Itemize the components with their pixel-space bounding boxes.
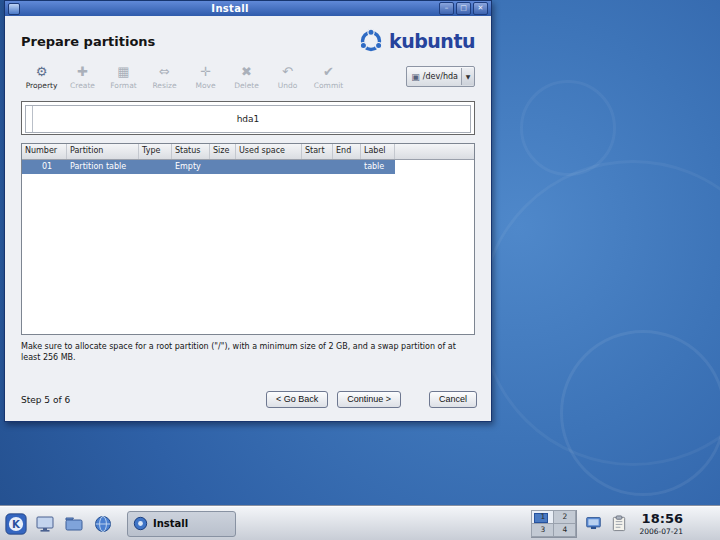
task-button-label: Install <box>153 518 188 529</box>
toolbar-button-label: Commit <box>308 81 349 90</box>
column-header-start[interactable]: Start <box>302 144 333 159</box>
window-menu-icon[interactable] <box>8 3 20 15</box>
wallpaper-ring <box>520 80 616 176</box>
toolbar-button-undo: ↶Undo <box>267 62 308 92</box>
toolbar-button-label: Resize <box>144 81 185 90</box>
tray-display-icon[interactable] <box>583 514 603 534</box>
toolbar-button-format: ▦Format <box>103 62 144 92</box>
table-body: 01Partition tableEmptytable <box>22 160 474 174</box>
table-cell <box>236 160 302 174</box>
pager-number: 4 <box>563 525 568 534</box>
show-desktop-button[interactable] <box>34 513 56 535</box>
desktop-icon <box>35 514 55 534</box>
table-cell: Partition table <box>67 160 139 174</box>
pager-desktop-4[interactable]: 4 <box>553 523 576 537</box>
table-cell: table <box>361 160 395 174</box>
folder-icon <box>64 514 84 534</box>
table-cell <box>139 160 172 174</box>
svg-text:K: K <box>12 518 21 529</box>
clock-applet[interactable]: 18:56 2006-07-21 <box>635 512 687 536</box>
kde-gear-icon: K <box>5 511 27 537</box>
titlebar[interactable]: Install <box>5 1 491 16</box>
column-header-label[interactable]: Label <box>361 144 395 159</box>
wallpaper-ring <box>560 330 720 496</box>
column-header-size[interactable]: Size <box>210 144 236 159</box>
globe-icon <box>93 514 113 534</box>
disk-icon: ▣ <box>411 72 420 82</box>
column-header-type[interactable]: Type <box>139 144 172 159</box>
toolbar-button-resize: ⇔Resize <box>144 62 185 92</box>
action-row: Step 5 of 6 < Go Back Continue > Cancel <box>21 391 477 408</box>
continue-button[interactable]: Continue > <box>337 391 401 408</box>
pager-number: 3 <box>541 525 546 534</box>
close-button[interactable] <box>473 2 488 15</box>
pager-number: 1 <box>541 512 546 521</box>
create-icon: ✚ <box>62 64 103 79</box>
kubuntu-logo-icon <box>358 28 384 54</box>
maximize-button[interactable] <box>456 2 471 15</box>
device-select[interactable]: ▣ /dev/hda <box>406 66 475 87</box>
hint-text: Make sure to allocate space for a root p… <box>21 341 473 363</box>
minimize-button[interactable] <box>439 2 454 15</box>
move-icon: ✛ <box>185 64 226 79</box>
cancel-button[interactable]: Cancel <box>429 391 477 408</box>
partition-visual-bar[interactable]: hda1 <box>21 101 475 135</box>
toolbar-button-label: Delete <box>226 81 267 90</box>
desktop-pager: 1234 <box>531 510 577 538</box>
pager-desktop-3[interactable]: 3 <box>531 523 554 537</box>
taskbar: K Install 1234 <box>0 506 720 540</box>
web-browser-button[interactable] <box>92 513 114 535</box>
commit-icon: ✔ <box>308 64 349 79</box>
kubuntu-logo: kubuntu <box>358 28 475 54</box>
clipboard-icon <box>611 515 627 532</box>
panel-applet-icon[interactable] <box>693 513 715 535</box>
column-header-number[interactable]: Number <box>22 144 67 159</box>
column-header-end[interactable]: End <box>333 144 361 159</box>
toolbar-button-label: Create <box>62 81 103 90</box>
partition-label: hda1 <box>237 114 260 124</box>
undo-icon: ↶ <box>267 64 308 79</box>
table-cell: 01 <box>22 160 67 174</box>
tray-klipper-icon[interactable] <box>609 514 629 534</box>
kmenu-button[interactable]: K <box>5 513 27 535</box>
partition-table: NumberPartitionTypeStatusSizeUsed spaceS… <box>21 143 475 335</box>
table-cell <box>210 160 236 174</box>
window-content: Prepare partitions kubuntu ⚙Property✚Cre… <box>5 16 491 419</box>
go-back-button[interactable]: < Go Back <box>266 391 328 408</box>
step-indicator: Step 5 of 6 <box>21 395 70 405</box>
toolbar-button-delete: ✖Delete <box>226 62 267 92</box>
toolbar-button-move: ✛Move <box>185 62 226 92</box>
wrench-icon: ⚙ <box>21 64 62 79</box>
toolbar-button-create: ✚Create <box>62 62 103 92</box>
table-row[interactable]: 01Partition tableEmptytable <box>22 160 395 174</box>
toolbar: ⚙Property✚Create▦Format⇔Resize✛Move✖Dele… <box>21 62 475 92</box>
install-window: Install Prepare partitions kubuntu ⚙Prop… <box>4 0 492 422</box>
table-cell: Empty <box>172 160 210 174</box>
toolbar-button-label: Format <box>103 81 144 90</box>
partition-segment: hda1 <box>25 105 471 133</box>
toolbar-button-property[interactable]: ⚙Property <box>21 62 62 92</box>
device-select-value: /dev/hda <box>423 72 458 81</box>
pager-desktop-2[interactable]: 2 <box>553 510 576 524</box>
column-header-partition[interactable]: Partition <box>67 144 139 159</box>
file-manager-button[interactable] <box>63 513 85 535</box>
toolbar-button-label: Property <box>21 81 62 90</box>
toolbar-button-label: Move <box>185 81 226 90</box>
toolbar-button-commit: ✔Commit <box>308 62 349 92</box>
delete-icon: ✖ <box>226 64 267 79</box>
clock-date: 2006-07-21 <box>639 528 683 536</box>
column-header-status[interactable]: Status <box>172 144 210 159</box>
format-icon: ▦ <box>103 64 144 79</box>
toolbar-buttons: ⚙Property✚Create▦Format⇔Resize✛Move✖Dele… <box>21 62 349 92</box>
pager-number: 2 <box>563 512 568 521</box>
display-icon <box>585 515 602 532</box>
pager-desktop-1[interactable]: 1 <box>531 510 554 524</box>
resize-icon: ⇔ <box>144 64 185 79</box>
table-header: NumberPartitionTypeStatusSizeUsed spaceS… <box>22 144 474 160</box>
column-header-used-space[interactable]: Used space <box>236 144 302 159</box>
clock-time: 18:56 <box>642 512 683 525</box>
task-button-install[interactable]: Install <box>127 511 236 537</box>
brand-text: kubuntu <box>389 30 475 52</box>
window-title: Install <box>23 3 437 14</box>
chevron-down-icon <box>461 68 474 85</box>
